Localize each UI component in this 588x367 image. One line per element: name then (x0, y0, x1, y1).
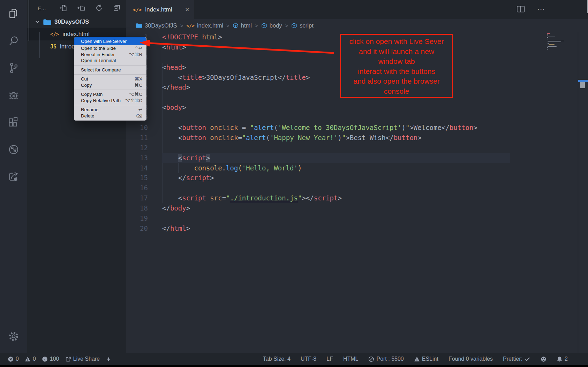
status-label: HTML (343, 356, 359, 362)
code-line-17[interactable]: <script src="./introduction.js"></script… (162, 193, 510, 203)
debug-icon[interactable] (0, 82, 27, 109)
editor-scrollbar-thumb[interactable] (580, 82, 585, 88)
menu-item-rename[interactable]: Rename↩ (74, 107, 146, 113)
code-line-19[interactable] (162, 213, 510, 223)
blocked-icon (368, 356, 374, 362)
split-editor-icon[interactable] (516, 5, 525, 14)
status-label: UTF-8 (301, 356, 316, 362)
share-arrow-icon[interactable] (0, 163, 27, 190)
status-warnings-count[interactable]: 0 (25, 356, 36, 362)
breadcrumb-separator: > (180, 23, 183, 29)
menu-item-copy-relative-path[interactable]: Copy Relative Path⌥⇧⌘C (74, 98, 146, 104)
breadcrumb-item-30daysofjs[interactable]: 30DaysOfJS (136, 22, 177, 29)
code-line-2[interactable]: <html> (162, 42, 510, 52)
tree-root-label: 30DaysOfJS (54, 18, 89, 25)
code-line-13[interactable]: <script> (162, 153, 510, 163)
status-label: Port : 5500 (376, 356, 404, 362)
refresh-icon[interactable] (95, 4, 103, 12)
tab-index-html[interactable]: </> index.html ✕ (126, 0, 194, 19)
status-tab-size[interactable]: Tab Size: 4 (263, 356, 291, 362)
js-file-icon: JS (50, 44, 56, 50)
status-label: 100 (50, 356, 59, 362)
menu-item-delete[interactable]: Delete⌫ (74, 113, 146, 119)
status-live-share[interactable]: Live Share (65, 356, 100, 362)
extensions-icon[interactable] (0, 109, 27, 136)
breadcrumb-item-body[interactable]: body (261, 22, 282, 29)
status-info-count[interactable]: 100 (42, 356, 59, 362)
code-line-11[interactable]: <button onclick="alert('Happy New Year!'… (162, 133, 510, 143)
status-notifications[interactable]: 2 (557, 356, 568, 362)
status-live-server-port[interactable]: Port : 5500 (368, 356, 404, 362)
menu-separator (74, 65, 146, 66)
line-number: 15 (126, 173, 148, 183)
menu-item-open-in-terminal[interactable]: Open in Terminal (74, 58, 146, 64)
files-icon[interactable] (0, 0, 27, 27)
code-content: <!DOCTYPE html><html><head> <title>30Day… (162, 32, 510, 234)
menu-item-label: Delete (81, 113, 94, 118)
menu-item-open-to-the-side[interactable]: Open to the Side⌃↩ (74, 45, 146, 52)
menu-separator (74, 90, 146, 90)
symbol-cube-icon (291, 23, 297, 29)
html-file-icon: </> (186, 23, 194, 28)
settings-gear-icon[interactable] (0, 323, 27, 350)
breadcrumb-item-index-html[interactable]: </>index.html (186, 22, 223, 29)
code-line-16[interactable] (162, 183, 510, 193)
code-line-6[interactable]: </head> (162, 82, 510, 92)
breadcrumb-separator: > (226, 23, 229, 29)
status-label: 0 (16, 356, 19, 362)
minimap[interactable] (547, 33, 574, 54)
breadcrumb-item-html[interactable]: html (233, 22, 252, 29)
explorer-header: E... (27, 0, 126, 16)
line-number: 19 (126, 213, 148, 223)
collapse-all-icon[interactable] (113, 4, 121, 12)
status-variables-found[interactable]: Found 0 variables (448, 356, 493, 362)
source-control-icon[interactable] (0, 54, 27, 82)
code-line-7[interactable] (162, 92, 510, 102)
search-icon[interactable] (0, 27, 27, 54)
new-folder-icon[interactable] (77, 4, 85, 12)
status-label: ESLint (422, 356, 438, 362)
status-prettier[interactable]: Prettier: (503, 356, 530, 362)
menu-item-cut[interactable]: Cut⌘X (74, 76, 146, 82)
code-line-10[interactable]: <button onclick = "alert('Welcome to 30D… (162, 123, 510, 133)
code-line-3[interactable] (162, 52, 510, 62)
menu-item-shortcut: ⌘X (135, 76, 142, 82)
code-line-15[interactable]: </script> (162, 173, 510, 183)
error-icon (8, 356, 14, 362)
code-line-12[interactable] (162, 143, 510, 153)
check-icon (525, 356, 530, 362)
menu-item-copy[interactable]: Copy⌘C (74, 82, 146, 89)
bell-icon (557, 356, 563, 362)
status-language-mode[interactable]: HTML (343, 356, 359, 362)
menu-item-copy-path[interactable]: Copy Path⌥⌘C (74, 91, 146, 98)
tree-root-folder[interactable]: 30DaysOfJS (27, 16, 126, 28)
annotation-text-line: console (341, 86, 452, 97)
status-eslint[interactable]: ESLint (414, 356, 438, 362)
code-line-14[interactable]: console.log('Hello, World') (162, 163, 510, 173)
status-live-server-bolt[interactable] (106, 356, 112, 362)
menu-item-reveal-in-finder[interactable]: Reveal in Finder⌥⌘R (74, 52, 146, 58)
breadcrumb-item-script[interactable]: script (291, 22, 313, 29)
status-eol[interactable]: LF (326, 356, 333, 362)
new-file-icon[interactable] (59, 4, 68, 12)
menu-item-open-with-live-server[interactable]: Open with Live Server (74, 37, 146, 45)
menu-item-shortcut: ⌥⇧⌘C (125, 98, 142, 103)
menu-item-select-for-compare[interactable]: Select for Compare (74, 67, 146, 73)
line-number: 11 (126, 133, 148, 143)
tab-close-icon[interactable]: ✕ (185, 7, 189, 13)
live-share-circle-icon[interactable] (0, 136, 27, 163)
code-line-8[interactable]: <body> (162, 102, 510, 113)
more-actions-icon[interactable]: ⋯ (537, 5, 546, 14)
code-line-9[interactable] (162, 113, 510, 123)
code-line-18[interactable]: </body> (162, 203, 510, 213)
code-line-20[interactable]: </html> (162, 223, 510, 234)
code-line-1[interactable]: <!DOCTYPE html> (162, 32, 510, 42)
code-line-4[interactable]: <head> (162, 62, 510, 72)
status-encoding[interactable]: UTF-8 (301, 356, 316, 362)
live-share-box-icon (65, 356, 71, 362)
menu-item-shortcut: ↩ (138, 107, 142, 112)
status-feedback-smiley[interactable] (541, 356, 546, 362)
status-errors-count[interactable]: 0 (8, 356, 19, 362)
warning-icon (25, 356, 31, 362)
code-line-5[interactable]: <title>30DaysOfJavaScript</title> (162, 72, 510, 83)
